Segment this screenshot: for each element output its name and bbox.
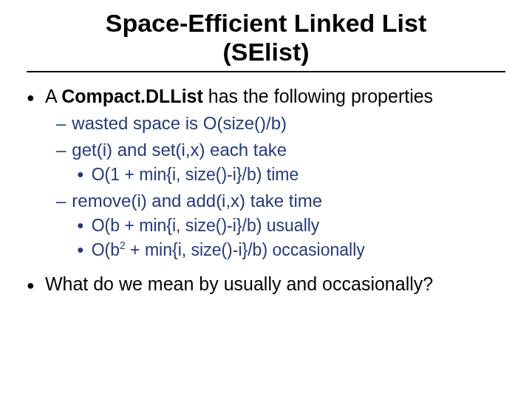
text-pre: A (45, 86, 61, 106)
text-post: has the following properties (203, 86, 433, 106)
subbullet-text: get(i) and set(i,x) each take (72, 140, 287, 160)
bullet-dot-icon: ● (77, 219, 84, 232)
subsubbullet-occasional-time: ● O(b2 + min{i, size()-i}/b) occasionall… (77, 240, 505, 260)
dash-icon: – (56, 140, 66, 160)
bullet-dot-icon: ● (77, 243, 84, 256)
subbullet-get-set: – get(i) and set(i,x) each take (56, 140, 505, 160)
bullet-dot-icon: ● (27, 90, 35, 106)
bullet-question: ● What do we mean by usually and occasio… (27, 273, 505, 295)
subsubbullet-text: O(1 + min{i, size()-i}/b) time (92, 165, 299, 185)
title-line-1: Space-Efficient Linked List (106, 9, 427, 37)
title-line-2: (SElist) (222, 38, 309, 66)
subbullet-text: remove(i) and add(i,x) take time (72, 191, 322, 211)
text-tail: y? (414, 273, 433, 294)
bullet-compactdllist: ● A Compact.DLList has the following pro… (27, 86, 505, 107)
dash-icon: – (56, 113, 66, 134)
compactdllist-bold: Compact.DLList (61, 86, 203, 106)
subsubbullet-get-set-time: ● O(1 + min{i, size()-i}/b) time (77, 165, 505, 185)
subbullet-wasted-space: – wasted space is O(size()/b) (56, 113, 505, 134)
subsubbullet-text: O(b2 + min{i, size()-i}/b) occasionally (92, 240, 365, 260)
superscript-2: 2 (120, 241, 126, 252)
bullet-text: A Compact.DLList has the following prope… (45, 86, 433, 107)
slide: Space-Efficient Linked List (SElist) ● A… (0, 0, 532, 295)
subbullet-remove-add: – remove(i) and add(i,x) take time (56, 191, 505, 211)
dash-icon: – (56, 191, 66, 211)
subsubbullet-text: O(b + min{i, size()-i}/b) usually (92, 216, 320, 236)
slide-title: Space-Efficient Linked List (SElist) (27, 9, 505, 66)
bullet-dot-icon: ● (27, 278, 35, 293)
text-pre: O(b (92, 240, 120, 259)
title-rule (27, 71, 505, 72)
text-main: What do we mean by usually and occasiona… (45, 273, 414, 294)
subbullet-text: wasted space is O(size()/b) (72, 113, 287, 134)
bullet-text: What do we mean by usually and occasiona… (45, 273, 433, 295)
text-post: + min{i, size()-i}/b) occasionally (126, 240, 365, 259)
subsubbullet-usual-time: ● O(b + min{i, size()-i}/b) usually (77, 216, 505, 236)
bullet-dot-icon: ● (77, 168, 84, 181)
